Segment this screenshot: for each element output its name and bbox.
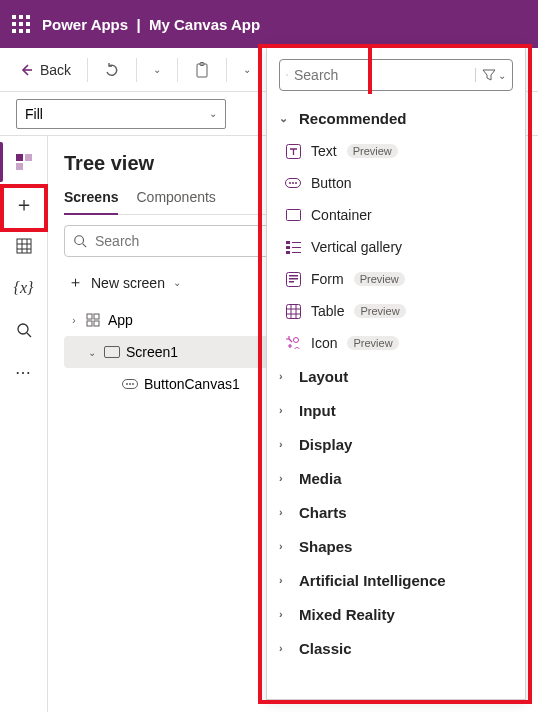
preview-badge: Preview	[347, 336, 398, 350]
item-container[interactable]: Container	[279, 199, 507, 231]
category-input[interactable]: ›Input	[279, 393, 507, 427]
button-icon	[122, 379, 138, 389]
svg-rect-6	[16, 163, 23, 170]
text-icon	[285, 143, 301, 159]
chevron-down-icon: ⌄	[279, 112, 291, 125]
icon-icon	[285, 335, 301, 351]
rail-variables[interactable]: {x}	[4, 268, 44, 308]
item-table[interactable]: Table Preview	[279, 295, 507, 327]
svg-point-8	[18, 324, 28, 334]
app-launcher-icon[interactable]	[12, 15, 30, 33]
category-label: Classic	[299, 640, 352, 657]
svg-rect-33	[289, 275, 298, 277]
new-screen-label: New screen	[91, 275, 165, 291]
item-label: Container	[311, 207, 372, 223]
insert-search[interactable]: ⌄	[279, 59, 513, 91]
chevron-right-icon: ›	[279, 472, 291, 484]
chevron-right-icon: ›	[68, 315, 80, 326]
item-label: Vertical gallery	[311, 239, 402, 255]
category-ai[interactable]: ›Artificial Intelligence	[279, 563, 507, 597]
svg-point-16	[126, 383, 128, 385]
undo-split-button[interactable]: ⌄	[143, 58, 171, 81]
svg-rect-10	[87, 314, 92, 319]
item-icon[interactable]: Icon Preview	[279, 327, 507, 359]
item-button[interactable]: Button	[279, 167, 507, 199]
rail-tree-view[interactable]	[4, 142, 44, 182]
category-mixed-reality[interactable]: ›Mixed Reality	[279, 597, 507, 631]
item-label: Icon	[311, 335, 337, 351]
preview-badge: Preview	[354, 272, 405, 286]
filter-icon	[482, 68, 496, 82]
svg-rect-35	[289, 281, 294, 283]
category-media[interactable]: ›Media	[279, 461, 507, 495]
preview-badge: Preview	[347, 144, 398, 158]
tab-components[interactable]: Components	[136, 189, 215, 214]
rail-data[interactable]	[4, 226, 44, 266]
chevron-right-icon: ›	[279, 608, 291, 620]
back-button[interactable]: Back	[8, 56, 81, 84]
category-charts[interactable]: ›Charts	[279, 495, 507, 529]
category-label: Artificial Intelligence	[299, 572, 446, 589]
item-text[interactable]: Text Preview	[279, 135, 507, 167]
chevron-down-icon: ⌄	[498, 70, 506, 81]
chevron-down-icon: ⌄	[153, 64, 161, 75]
rail-insert[interactable]: ＋	[4, 184, 44, 224]
category-label: Display	[299, 436, 352, 453]
svg-point-17	[129, 383, 131, 385]
category-label: Charts	[299, 504, 347, 521]
insert-search-input[interactable]	[294, 67, 469, 83]
category-layout[interactable]: ›Layout	[279, 359, 507, 393]
item-form[interactable]: Form Preview	[279, 263, 507, 295]
back-label: Back	[40, 62, 71, 78]
chevron-right-icon: ›	[279, 404, 291, 416]
vgallery-icon	[285, 239, 301, 255]
app-icon	[86, 313, 102, 327]
tree-node-label: Screen1	[126, 344, 178, 360]
filter-button[interactable]: ⌄	[475, 68, 506, 82]
arrow-left-icon	[18, 62, 34, 78]
tree-node-label: ButtonCanvas1	[144, 376, 240, 392]
form-icon	[285, 271, 301, 287]
svg-rect-25	[286, 210, 300, 221]
header-title: Power Apps | My Canvas App	[42, 16, 260, 33]
property-selector[interactable]: Fill ⌄	[16, 99, 226, 129]
paste-button[interactable]	[184, 56, 220, 84]
chevron-down-icon: ⌄	[173, 277, 181, 288]
svg-rect-13	[94, 321, 99, 326]
svg-point-18	[132, 383, 134, 385]
category-display[interactable]: ›Display	[279, 427, 507, 461]
item-label: Table	[311, 303, 344, 319]
tree-icon	[15, 153, 33, 171]
app-header: Power Apps | My Canvas App	[0, 0, 538, 48]
insert-panel: ⌄ ⌄ Recommended Text Preview Button Cont…	[266, 44, 526, 700]
chevron-right-icon: ›	[279, 574, 291, 586]
svg-point-23	[292, 182, 294, 184]
svg-rect-29	[292, 247, 301, 248]
chevron-down-icon: ⌄	[243, 64, 251, 75]
chevron-down-icon: ⌄	[86, 347, 98, 358]
item-label: Form	[311, 271, 344, 287]
tab-screens[interactable]: Screens	[64, 189, 118, 215]
svg-rect-7	[17, 239, 31, 253]
rail-search[interactable]	[4, 310, 44, 350]
svg-rect-30	[286, 251, 290, 254]
item-label: Text	[311, 143, 337, 159]
clipboard-icon	[194, 62, 210, 78]
item-vertical-gallery[interactable]: Vertical gallery	[279, 231, 507, 263]
undo-button[interactable]	[94, 56, 130, 84]
category-shapes[interactable]: ›Shapes	[279, 529, 507, 563]
chevron-right-icon: ›	[279, 438, 291, 450]
svg-rect-4	[16, 154, 23, 161]
insert-scroll[interactable]: ⌄ Recommended Text Preview Button Contai…	[279, 101, 513, 687]
chevron-right-icon: ›	[279, 540, 291, 552]
svg-point-19	[286, 74, 287, 75]
category-recommended[interactable]: ⌄ Recommended	[279, 101, 507, 135]
undo-icon	[104, 62, 120, 78]
tree-node-label: App	[108, 312, 133, 328]
svg-rect-5	[25, 154, 32, 161]
category-classic[interactable]: ›Classic	[279, 631, 507, 665]
left-rail: ＋ {x} ⋯	[0, 136, 48, 712]
rail-more[interactable]: ⋯	[4, 352, 44, 392]
category-label: Layout	[299, 368, 348, 385]
paste-split-button[interactable]: ⌄	[233, 58, 261, 81]
